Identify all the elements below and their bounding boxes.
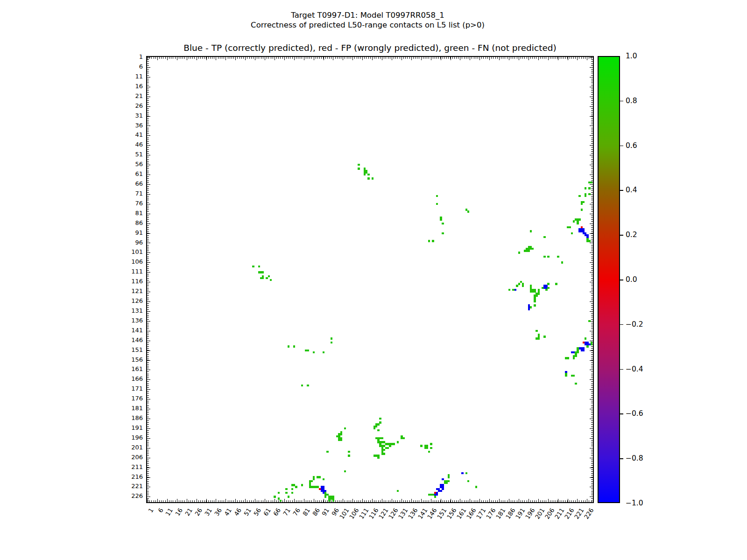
contact-point: [578, 195, 580, 197]
colorbar-tick-label: −0.6: [626, 409, 654, 418]
contact-point: [430, 443, 432, 445]
contact-point: [434, 496, 436, 497]
contact-point: [377, 423, 379, 425]
contact-point: [270, 279, 272, 281]
contact-point: [258, 266, 260, 267]
contact-point: [448, 476, 450, 478]
contact-point: [573, 357, 575, 359]
contact-point: [516, 285, 518, 287]
contact-point: [328, 500, 330, 502]
contact-point: [428, 240, 430, 242]
contact-point: [319, 488, 321, 490]
contact-point: [278, 492, 280, 494]
contact-point: [317, 486, 318, 488]
contact-point: [512, 289, 514, 291]
contact-point: [547, 287, 549, 289]
colorbar-tick-label: 1.0: [626, 52, 654, 60]
contact-point: [518, 283, 520, 285]
contact-point: [578, 218, 580, 220]
contact-point: [542, 287, 543, 289]
contact-point: [274, 496, 275, 497]
contact-point: [348, 455, 350, 456]
contact-point: [313, 478, 315, 480]
contact-point: [530, 306, 532, 308]
contact-point: [307, 385, 309, 386]
contact-point: [591, 182, 592, 183]
axes-title: Blue - TP (correctly predicted), red - F…: [146, 43, 594, 53]
contact-point: [573, 375, 575, 377]
contact-point: [530, 230, 532, 232]
contact-point: [389, 445, 391, 447]
contact-point: [383, 449, 385, 451]
colorbar: [598, 56, 620, 503]
colorbar-tick-mark: [620, 190, 623, 191]
contact-point: [555, 283, 557, 285]
contact-point: [591, 343, 592, 345]
contact-point: [536, 294, 537, 296]
contact-point: [440, 490, 442, 492]
colorbar-tick-label: 0.8: [626, 97, 654, 105]
contact-point: [583, 350, 585, 351]
contact-point: [547, 256, 549, 258]
contact-point: [508, 289, 510, 291]
contact-point: [573, 220, 575, 222]
contact-point: [372, 177, 374, 179]
plot-area: [146, 56, 594, 503]
contact-point: [528, 308, 530, 310]
contact-point: [288, 496, 289, 497]
contact-point: [430, 447, 432, 449]
contact-point: [367, 177, 369, 179]
contact-point: [588, 320, 590, 322]
contact-point: [383, 453, 385, 455]
contact-point: [585, 195, 586, 197]
contact-point: [313, 351, 315, 353]
contact-point: [588, 187, 590, 189]
contact-point: [571, 232, 573, 234]
contact-point: [557, 256, 559, 258]
contact-point: [475, 486, 477, 488]
colorbar-tick-mark: [620, 413, 623, 414]
contact-point: [467, 480, 469, 482]
contact-point: [295, 486, 297, 488]
tick-marks-left: [147, 57, 150, 502]
contact-point: [374, 427, 375, 429]
contact-point: [465, 472, 467, 474]
contact-point: [538, 293, 540, 294]
contact-point: [307, 350, 309, 351]
contact-point: [377, 429, 379, 431]
colorbar-tick-mark: [620, 280, 623, 280]
contact-point: [528, 250, 530, 252]
figure-title-line1: Target T0997-D1: Model T0997RR058_1: [0, 10, 735, 20]
contact-point: [252, 266, 254, 267]
contact-point: [536, 330, 537, 332]
contact-point: [285, 488, 287, 490]
contact-point: [348, 451, 350, 453]
contact-point: [545, 289, 547, 291]
contact-point: [379, 421, 381, 423]
contact-point: [522, 285, 524, 287]
contact-point: [323, 478, 324, 480]
contact-point: [403, 437, 405, 439]
contact-point: [268, 275, 270, 277]
contact-point: [387, 447, 389, 449]
contact-point: [323, 351, 324, 353]
contact-point: [340, 433, 342, 435]
contact-point: [434, 492, 436, 494]
tick-marks-bottom: [147, 499, 593, 502]
tick-marks-top: [147, 57, 593, 60]
contact-point: [266, 277, 268, 279]
contact-point: [467, 210, 469, 212]
contact-point: [288, 345, 289, 347]
contact-point: [291, 488, 293, 490]
contact-point: [397, 441, 399, 443]
contact-point: [585, 187, 586, 189]
contact-point: [442, 232, 444, 234]
colorbar-tick-label: −0.2: [626, 320, 654, 329]
contact-point: [534, 301, 536, 302]
contact-point: [514, 289, 516, 291]
contact-point: [262, 277, 264, 279]
contact-point: [440, 218, 442, 220]
contact-point: [311, 480, 313, 482]
contact-point: [379, 418, 381, 420]
contact-point: [340, 439, 342, 441]
